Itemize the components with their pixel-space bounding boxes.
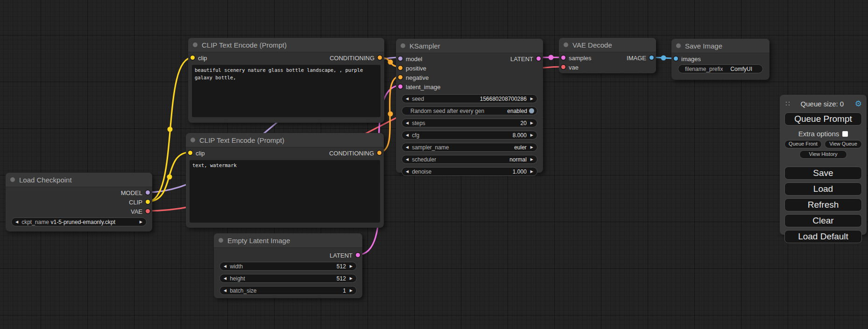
model-output-port[interactable] xyxy=(146,190,150,195)
widget-value: 1.000 xyxy=(513,168,527,175)
node-title-bar[interactable]: Empty Latent Image xyxy=(214,233,362,248)
node-title: Save Image xyxy=(685,42,722,50)
widget-value: v1-5-pruned-emaonly.ckpt xyxy=(51,219,116,225)
collapse-dot-icon[interactable] xyxy=(10,177,15,182)
save-button[interactable]: Save xyxy=(784,167,862,180)
sampler-name-widget[interactable]: ◀ sampler_name euler ▶ xyxy=(402,143,537,152)
arrow-left-icon[interactable]: ◀ xyxy=(224,276,226,280)
node-title: CLIP Text Encode (Prompt) xyxy=(199,136,284,144)
collapse-dot-icon[interactable] xyxy=(219,238,223,243)
node-title-bar[interactable]: CLIP Text Encode (Prompt) xyxy=(186,133,384,147)
arrow-right-icon[interactable]: ▶ xyxy=(530,157,533,161)
arrow-left-icon[interactable]: ◀ xyxy=(406,133,409,137)
node-vae-decode[interactable]: VAE Decode samples IMAGE vae xyxy=(559,38,656,73)
arrow-left-icon[interactable]: ◀ xyxy=(406,121,409,125)
steps-widget[interactable]: ◀ steps 20 ▶ xyxy=(402,119,537,127)
input-label: clip xyxy=(196,150,205,157)
positive-input-port[interactable] xyxy=(398,66,402,70)
random-seed-widget[interactable]: Random seed after every gen enabled xyxy=(402,106,537,115)
extra-options-checkbox[interactable] xyxy=(842,131,848,137)
node-ksampler[interactable]: KSampler model LATENT positive negative … xyxy=(396,39,543,173)
queue-front-button[interactable]: Queue Front xyxy=(784,140,822,148)
queue-prompt-button[interactable]: Queue Prompt xyxy=(784,112,862,126)
width-widget[interactable]: ◀ width 512 ▶ xyxy=(219,262,357,271)
load-default-button[interactable]: Load Default xyxy=(784,230,862,243)
slot-row-model: model LATENT xyxy=(396,54,543,63)
clear-button[interactable]: Clear xyxy=(784,214,862,227)
arrow-right-icon[interactable]: ▶ xyxy=(350,264,353,268)
gear-icon[interactable]: ⚙ xyxy=(855,100,862,108)
node-clip-text-encode-negative[interactable]: CLIP Text Encode (Prompt) clip CONDITION… xyxy=(186,133,384,228)
node-title-bar[interactable]: CLIP Text Encode (Prompt) xyxy=(188,38,384,52)
link-dot-positive xyxy=(388,60,393,65)
arrow-right-icon[interactable]: ▶ xyxy=(140,220,142,224)
latent-output-port[interactable] xyxy=(536,56,541,61)
arrow-right-icon[interactable]: ▶ xyxy=(530,97,533,101)
node-title-bar[interactable]: Save Image xyxy=(671,39,769,53)
filename-prefix-widget[interactable]: filename_prefix ComfyUI xyxy=(678,64,763,73)
height-widget[interactable]: ◀ height 512 ▶ xyxy=(219,274,357,283)
arrow-right-icon[interactable]: ▶ xyxy=(350,288,353,293)
arrow-left-icon[interactable]: ◀ xyxy=(224,264,226,268)
prompt-text-input[interactable]: beautiful scenery nature glass bottle la… xyxy=(192,65,381,117)
view-queue-button[interactable]: View Queue xyxy=(825,140,862,148)
clip-input-port[interactable] xyxy=(191,56,195,60)
vae-input-port[interactable] xyxy=(561,65,565,69)
conditioning-output-port[interactable] xyxy=(377,151,381,155)
conditioning-output-port[interactable] xyxy=(378,56,382,60)
samples-input-port[interactable] xyxy=(561,56,565,60)
arrow-left-icon[interactable]: ◀ xyxy=(406,97,409,101)
latent-image-input-port[interactable] xyxy=(398,84,402,89)
scheduler-widget[interactable]: ◀ scheduler normal ▶ xyxy=(402,155,537,164)
arrow-left-icon[interactable]: ◀ xyxy=(224,288,226,293)
ckpt-name-widget[interactable]: ◀ ckpt_name v1-5-pruned-emaonly.ckpt ▶ xyxy=(11,217,147,226)
node-title-bar[interactable]: KSampler xyxy=(396,39,543,53)
arrow-left-icon[interactable]: ◀ xyxy=(406,157,409,161)
node-title-bar[interactable]: VAE Decode xyxy=(559,38,656,52)
collapse-dot-icon[interactable] xyxy=(401,43,405,48)
drag-handle-icon[interactable] xyxy=(784,100,790,107)
collapse-dot-icon[interactable] xyxy=(564,42,568,47)
arrow-right-icon[interactable]: ▶ xyxy=(530,169,533,174)
denoise-widget[interactable]: ◀ denoise 1.000 ▶ xyxy=(402,167,537,176)
negative-input-port[interactable] xyxy=(398,75,402,79)
vae-output-port[interactable] xyxy=(146,209,150,213)
node-title: Load Checkpoint xyxy=(19,176,72,184)
images-input-port[interactable] xyxy=(674,56,678,61)
output-label: LATENT xyxy=(330,252,353,259)
arrow-right-icon[interactable]: ▶ xyxy=(530,133,533,137)
node-clip-text-encode-positive[interactable]: CLIP Text Encode (Prompt) clip CONDITION… xyxy=(188,38,384,123)
node-save-image[interactable]: Save Image images filename_prefix ComfyU… xyxy=(671,39,769,80)
batch-size-widget[interactable]: ◀ batch_size 1 ▶ xyxy=(219,286,357,295)
model-input-port[interactable] xyxy=(398,56,402,61)
collapse-dot-icon[interactable] xyxy=(676,43,681,48)
input-label: clip xyxy=(198,55,207,62)
cfg-widget[interactable]: ◀ cfg 8.000 ▶ xyxy=(402,131,537,140)
clip-output-port[interactable] xyxy=(146,200,150,204)
collapse-dot-icon[interactable] xyxy=(193,42,198,47)
arrow-right-icon[interactable]: ▶ xyxy=(350,276,353,280)
arrow-left-icon[interactable]: ◀ xyxy=(15,220,18,224)
seed-widget[interactable]: ◀ seed 156680208700286 ▶ xyxy=(402,94,537,103)
toggle-icon[interactable] xyxy=(529,108,534,113)
image-output-port[interactable] xyxy=(649,56,654,60)
arrow-left-icon[interactable]: ◀ xyxy=(406,145,409,149)
node-empty-latent-image[interactable]: Empty Latent Image LATENT ◀ width 512 ▶ … xyxy=(214,233,362,298)
view-history-button[interactable]: View History xyxy=(799,150,847,159)
latent-output-port[interactable] xyxy=(356,253,360,257)
arrow-right-icon[interactable]: ▶ xyxy=(530,145,533,149)
load-button[interactable]: Load xyxy=(784,182,862,196)
collapse-dot-icon[interactable] xyxy=(191,138,195,142)
node-graph-canvas[interactable]: Load Checkpoint MODEL CLIP VAE ◀ ckpt_na… xyxy=(0,0,868,329)
arrow-left-icon[interactable]: ◀ xyxy=(406,169,409,174)
prompt-text-input[interactable]: text, watermark xyxy=(190,160,380,223)
link-dot-clip-negative xyxy=(167,175,172,180)
refresh-button[interactable]: Refresh xyxy=(784,198,862,211)
node-title-bar[interactable]: Load Checkpoint xyxy=(6,173,152,187)
clip-input-port[interactable] xyxy=(188,151,192,155)
arrow-right-icon[interactable]: ▶ xyxy=(530,121,533,125)
node-load-checkpoint[interactable]: Load Checkpoint MODEL CLIP VAE ◀ ckpt_na… xyxy=(6,173,152,231)
widget-label: filename_prefix xyxy=(685,66,723,72)
widget-value: 20 xyxy=(520,120,526,126)
slot-row-latent-image: latent_image xyxy=(396,82,543,91)
